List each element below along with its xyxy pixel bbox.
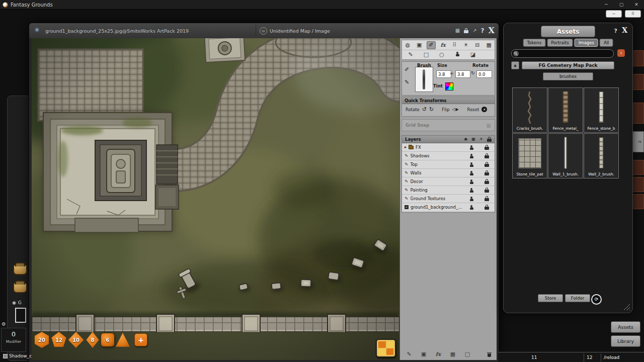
brush-preview[interactable] (415, 67, 433, 92)
sun-icon[interactable]: ☀ (479, 137, 483, 141)
die-d6[interactable]: 6 (101, 333, 114, 346)
sun-icon[interactable]: ☀ (462, 42, 470, 49)
player-visibility-icon[interactable] (469, 145, 473, 150)
quick-dice-button[interactable]: ⠿ (625, 10, 641, 18)
map-viewport[interactable]: 20 12 10 8 6 + (32, 38, 399, 360)
assets-close-button[interactable]: X (622, 26, 627, 34)
asset-tile-fence-stone[interactable]: Fence_stone_b (584, 87, 619, 133)
player-visibility-icon[interactable] (469, 162, 473, 167)
maximize-button[interactable]: ▢ (614, 0, 629, 9)
asset-tile-cracks[interactable]: Cracks_brush. (512, 87, 547, 133)
rectangle-tool-icon[interactable]: □ (422, 51, 430, 58)
hotkey-slot-11[interactable]: 11 (531, 355, 537, 360)
add-layer-icon[interactable]: ✎ (405, 351, 413, 358)
lock-icon[interactable] (485, 162, 489, 167)
folder-button[interactable]: Folder (565, 294, 590, 302)
rotate-ccw-icon[interactable]: ↺ (422, 107, 427, 112)
gamepad-icon[interactable]: ⊟ (473, 42, 481, 49)
token-tool-icon[interactable] (453, 51, 461, 58)
brush-icon[interactable]: ✐ (405, 67, 409, 72)
link-icon[interactable]: ∞ (450, 71, 454, 76)
fx-icon[interactable]: fx (439, 42, 447, 49)
tab-portraits[interactable]: Portraits (547, 39, 573, 47)
checkbox-icon[interactable]: ✓ (405, 205, 409, 209)
visibility-row[interactable]: ◉ G (12, 300, 22, 305)
layer-row-fx[interactable]: ▸ FX (402, 143, 495, 152)
dots-grid-icon[interactable]: ⠿ (450, 42, 458, 49)
reset-button[interactable]: ✕ (481, 107, 487, 112)
player-visibility-icon[interactable] (469, 188, 473, 193)
layer-row-decor[interactable]: ✎ Decor (402, 177, 495, 186)
tint-color-swatch[interactable] (445, 82, 453, 90)
eye-icon[interactable]: ◉ (464, 137, 467, 141)
up-folder-button[interactable]: ▲ (511, 61, 519, 69)
lock-icon[interactable] (485, 179, 489, 184)
asset-tile-wall-1[interactable]: Wall_1_brush. (548, 133, 583, 178)
sidebar-item-assets[interactable]: Assets (611, 321, 640, 333)
asset-tile-wall-2[interactable]: Wall_2_brush. (584, 133, 619, 178)
lock-icon[interactable] (485, 196, 489, 201)
hotkey-slot-12[interactable]: 12 (587, 355, 592, 360)
loot-bag-icon[interactable] (13, 264, 27, 275)
map-canvas[interactable] (32, 38, 399, 360)
player-visibility-icon[interactable] (469, 171, 473, 175)
add-fx-icon[interactable]: fx (434, 351, 442, 358)
add-stack-icon[interactable]: ▣ (420, 351, 428, 358)
quickbar-button-1[interactable]: ─ (606, 10, 622, 18)
close-button[interactable]: ✕ (629, 0, 644, 9)
filter-button[interactable]: ⠿ (617, 49, 625, 57)
assets-window-title[interactable]: Assets (541, 26, 595, 37)
lock-icon[interactable] (485, 188, 489, 193)
tray-icon[interactable]: ▦ (455, 28, 460, 33)
brush-rotate-input[interactable]: 0.0 (476, 70, 492, 78)
assets-help-button[interactable]: ? (614, 28, 617, 34)
expand-caret-icon[interactable]: ▸ (405, 145, 407, 149)
lock-icon[interactable] (485, 205, 489, 210)
loot-bag-icon[interactable] (13, 283, 27, 293)
grid-snap-toggle[interactable]: Grid Snap ▦ (401, 119, 495, 131)
player-visibility-icon[interactable] (469, 197, 473, 201)
minimize-button[interactable]: ─ (599, 0, 614, 9)
lock-icon[interactable] (487, 137, 492, 142)
resize-grip[interactable] (623, 303, 630, 310)
die-d10[interactable]: 10 (68, 332, 84, 348)
tab-images[interactable]: Images (575, 39, 598, 47)
lock-icon[interactable] (464, 28, 468, 33)
player-visibility-icon[interactable] (469, 154, 473, 158)
brush-tool-icon[interactable]: ✐ (427, 41, 436, 49)
layers-icon[interactable]: ▣ (415, 42, 423, 49)
map-titlebar[interactable]: ✳ ground1_background_25x25.jpg@SmiteWork… (29, 23, 499, 39)
flip-icons[interactable]: ◁▶ (452, 107, 459, 112)
player-visibility-icon[interactable] (469, 179, 473, 184)
layer-row-walls[interactable]: ✎ Walls (402, 169, 495, 177)
grid-icon[interactable]: ▦ (485, 42, 493, 49)
circle-tool-icon[interactable]: ○ (438, 51, 446, 58)
chat-command-input[interactable]: /reload (604, 355, 619, 360)
shadow-entry[interactable]: Shadow_c (3, 353, 32, 358)
lock-icon[interactable] (485, 145, 489, 150)
search-input[interactable] (511, 49, 614, 58)
add-image-icon[interactable]: ▦ (449, 351, 457, 358)
refresh-button[interactable]: ⟳ (591, 294, 602, 305)
die-d20[interactable]: 20 (34, 332, 50, 348)
player-visibility-icon[interactable] (469, 205, 473, 210)
duplicate-icon[interactable]: □ (463, 351, 471, 358)
help-button[interactable]: ? (481, 27, 485, 34)
pencil-icon[interactable]: ✎ (405, 79, 409, 85)
tab-all[interactable]: All (600, 39, 613, 47)
modifier-box[interactable]: 0 Modifier (1, 328, 26, 352)
expand-icon[interactable]: ↗ (472, 28, 476, 33)
lock-icon[interactable] (485, 170, 489, 175)
token-frame[interactable] (15, 308, 26, 323)
pin-icon[interactable]: ✳ (34, 27, 40, 33)
brush-size-y-input[interactable]: 3.8 (455, 70, 470, 78)
tab-tokens[interactable]: Tokens (523, 39, 546, 47)
die-d8[interactable]: 8 (85, 332, 100, 348)
pack-title-button[interactable]: FG Cemetery Map Pack (522, 61, 614, 69)
layer-row-painting[interactable]: ✎ Painting (402, 186, 495, 195)
brushes-folder-button[interactable]: brushes (543, 72, 593, 80)
trash-button[interactable] (487, 351, 492, 358)
grid-icon[interactable]: ▦ (471, 137, 475, 141)
rotate-cw-icon[interactable]: ↻ (429, 107, 434, 112)
sidebar-item-library[interactable]: Library (611, 335, 640, 347)
